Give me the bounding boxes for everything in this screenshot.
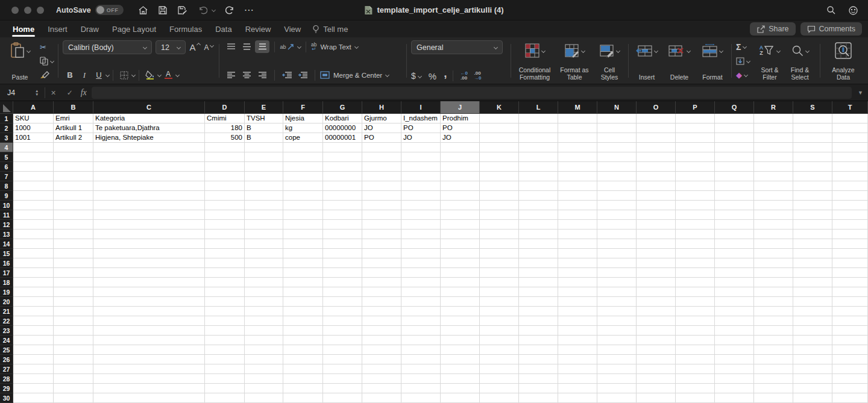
cell-T21[interactable] bbox=[832, 307, 868, 316]
cell-C5[interactable] bbox=[93, 152, 205, 162]
column-header-T[interactable]: T bbox=[832, 101, 868, 114]
cell-T13[interactable] bbox=[832, 230, 868, 239]
cell-N16[interactable] bbox=[597, 258, 637, 268]
cell-D30[interactable] bbox=[205, 393, 245, 403]
share-button[interactable]: Share bbox=[750, 22, 795, 36]
enter-icon[interactable]: ✓ bbox=[67, 89, 73, 97]
cell-H12[interactable] bbox=[362, 220, 401, 230]
cell-L3[interactable] bbox=[519, 133, 558, 143]
cell-P8[interactable] bbox=[676, 181, 715, 191]
cell-K6[interactable] bbox=[480, 162, 519, 172]
cell-T17[interactable] bbox=[832, 268, 868, 278]
cell-P24[interactable] bbox=[676, 336, 715, 345]
cell-styles-button[interactable]: Cell Styles bbox=[595, 40, 624, 81]
format-cells-button[interactable]: Format bbox=[698, 40, 727, 81]
cell-F8[interactable] bbox=[283, 181, 323, 191]
cell-F26[interactable] bbox=[283, 355, 323, 364]
cell-K7[interactable] bbox=[480, 172, 519, 181]
cell-S8[interactable] bbox=[793, 181, 832, 191]
cell-H19[interactable] bbox=[362, 287, 401, 297]
cell-O23[interactable] bbox=[637, 326, 676, 336]
cell-E5[interactable] bbox=[245, 152, 283, 162]
borders-button[interactable] bbox=[117, 69, 131, 81]
cell-L22[interactable] bbox=[519, 316, 558, 326]
cell-O6[interactable] bbox=[637, 162, 676, 172]
row-header-12[interactable]: 12 bbox=[0, 220, 13, 230]
cell-T22[interactable] bbox=[832, 316, 868, 326]
cell-F14[interactable] bbox=[283, 239, 323, 249]
cell-G29[interactable] bbox=[323, 384, 362, 393]
decrease-font-size-button[interactable]: A bbox=[204, 41, 213, 54]
cell-D29[interactable] bbox=[205, 384, 245, 393]
minimize-window-button[interactable] bbox=[24, 7, 31, 14]
cell-F18[interactable] bbox=[283, 278, 323, 287]
cell-Q28[interactable] bbox=[715, 374, 754, 384]
cell-T7[interactable] bbox=[832, 172, 868, 181]
cell-F27[interactable] bbox=[283, 364, 323, 374]
save-icon[interactable] bbox=[158, 5, 168, 15]
cell-A17[interactable] bbox=[13, 268, 54, 278]
cell-C12[interactable] bbox=[93, 220, 205, 230]
cell-A24[interactable] bbox=[13, 336, 54, 345]
cell-A26[interactable] bbox=[13, 355, 54, 364]
cell-M26[interactable] bbox=[558, 355, 597, 364]
cell-M12[interactable] bbox=[558, 220, 597, 230]
row-header-27[interactable]: 27 bbox=[0, 364, 13, 374]
cell-I26[interactable] bbox=[401, 355, 441, 364]
font-color-chevron-icon[interactable] bbox=[175, 73, 180, 77]
cell-P9[interactable] bbox=[676, 191, 715, 201]
cell-K4[interactable] bbox=[480, 143, 519, 152]
cell-O21[interactable] bbox=[637, 307, 676, 316]
cell-C29[interactable] bbox=[93, 384, 205, 393]
cell-J3[interactable]: JO bbox=[441, 133, 480, 143]
cell-M7[interactable] bbox=[558, 172, 597, 181]
paste-button[interactable]: Paste bbox=[6, 40, 34, 81]
cell-T26[interactable] bbox=[832, 355, 868, 364]
cell-E27[interactable] bbox=[245, 364, 283, 374]
cell-L14[interactable] bbox=[519, 239, 558, 249]
cell-E4[interactable] bbox=[245, 143, 283, 152]
cell-H4[interactable] bbox=[362, 143, 401, 152]
cell-M11[interactable] bbox=[558, 210, 597, 220]
row-header-1[interactable]: 1 bbox=[0, 114, 13, 123]
cell-G28[interactable] bbox=[323, 374, 362, 384]
cell-T8[interactable] bbox=[832, 181, 868, 191]
cell-S28[interactable] bbox=[793, 374, 832, 384]
cell-R6[interactable] bbox=[754, 162, 793, 172]
cell-R23[interactable] bbox=[754, 326, 793, 336]
cell-D17[interactable] bbox=[205, 268, 245, 278]
cell-H6[interactable] bbox=[362, 162, 401, 172]
cell-J29[interactable] bbox=[441, 384, 480, 393]
undo-icon[interactable] bbox=[198, 5, 207, 14]
cell-Q3[interactable] bbox=[715, 133, 754, 143]
cell-C17[interactable] bbox=[93, 268, 205, 278]
cell-S29[interactable] bbox=[793, 384, 832, 393]
cell-I1[interactable]: I_ndashem bbox=[401, 114, 441, 123]
cell-Q16[interactable] bbox=[715, 258, 754, 268]
row-header-22[interactable]: 22 bbox=[0, 316, 13, 326]
cell-K19[interactable] bbox=[480, 287, 519, 297]
row-header-26[interactable]: 26 bbox=[0, 355, 13, 364]
cell-R19[interactable] bbox=[754, 287, 793, 297]
tab-page-layout[interactable]: Page Layout bbox=[105, 20, 163, 37]
cell-M28[interactable] bbox=[558, 374, 597, 384]
tab-data[interactable]: Data bbox=[209, 20, 238, 37]
cell-A30[interactable] bbox=[13, 393, 54, 403]
cell-G11[interactable] bbox=[323, 210, 362, 220]
cell-M21[interactable] bbox=[558, 307, 597, 316]
delete-cells-button[interactable]: Delete bbox=[665, 40, 693, 81]
cell-N1[interactable] bbox=[597, 114, 637, 123]
cell-D24[interactable] bbox=[205, 336, 245, 345]
cell-L28[interactable] bbox=[519, 374, 558, 384]
insert-chevron-icon[interactable] bbox=[654, 48, 658, 52]
cell-M9[interactable] bbox=[558, 191, 597, 201]
cell-S26[interactable] bbox=[793, 355, 832, 364]
cell-C11[interactable] bbox=[93, 210, 205, 220]
cell-N10[interactable] bbox=[597, 201, 637, 210]
cell-M29[interactable] bbox=[558, 384, 597, 393]
cell-D14[interactable] bbox=[205, 239, 245, 249]
cell-O29[interactable] bbox=[637, 384, 676, 393]
undo-chevron-icon[interactable] bbox=[212, 8, 216, 12]
cell-P29[interactable] bbox=[676, 384, 715, 393]
cell-O8[interactable] bbox=[637, 181, 676, 191]
